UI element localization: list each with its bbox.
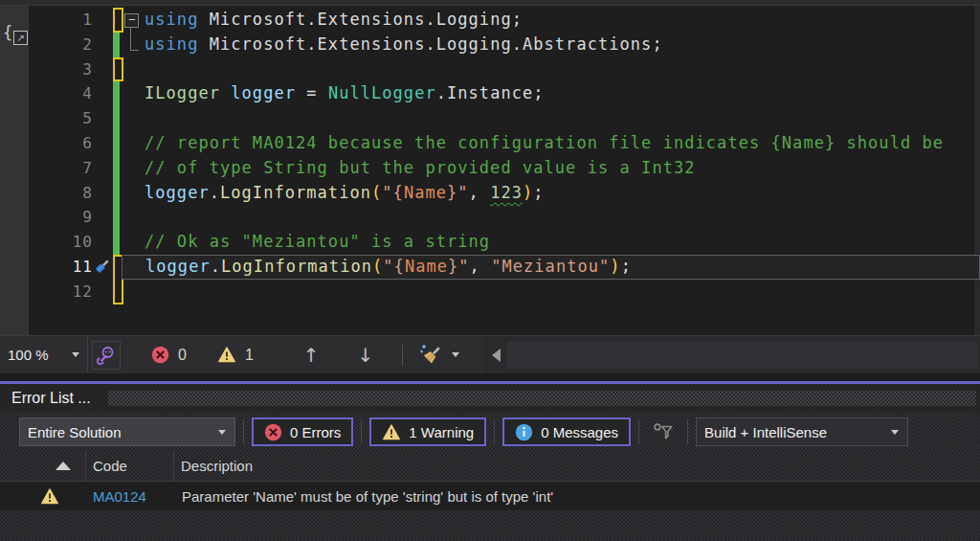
track-changes-indicator bbox=[113, 131, 120, 156]
code-text[interactable]: // of type String but the provided value… bbox=[145, 156, 696, 181]
gutter-action-area[interactable] bbox=[93, 255, 112, 280]
scope-filter-value: Entire Solution bbox=[28, 424, 122, 440]
error-list-header: Code Description bbox=[0, 451, 980, 482]
source-filter-dropdown[interactable]: Build + IntelliSense bbox=[696, 417, 908, 446]
code-text[interactable]: logger.LogInformation("{Name}", 123); bbox=[145, 181, 545, 206]
code-editor[interactable]: {↗ 1−using Microsoft.Extensions.Logging;… bbox=[0, 0, 980, 335]
code-line-11: 11logger.LogInformation("{Name}", "Mezia… bbox=[0, 255, 980, 280]
error-list-empty-area bbox=[0, 510, 980, 541]
error-list-toolbar: Entire Solution 0 Errors 1 Warning bbox=[0, 413, 980, 451]
outlining-margin bbox=[122, 33, 145, 57]
track-changes-indicator bbox=[113, 106, 120, 131]
code-line-content: // of type String but the provided value… bbox=[122, 156, 980, 181]
code-line-1: 1−using Microsoft.Extensions.Logging; bbox=[0, 8, 980, 33]
zoom-level-dropdown[interactable]: 100 % bbox=[0, 336, 88, 373]
previous-issue-button[interactable]: ↑ bbox=[303, 344, 320, 367]
separator bbox=[494, 419, 495, 444]
source-filter-value: Build + IntelliSense bbox=[704, 424, 827, 440]
error-count: 0 bbox=[178, 347, 187, 364]
code-line-content: logger.LogInformation("{Name}", 123); bbox=[122, 181, 980, 206]
error-list-row[interactable]: MA0124 Parameter 'Name' must be of type … bbox=[0, 482, 980, 510]
line-number: 5 bbox=[0, 106, 93, 131]
severity-column-header[interactable] bbox=[0, 451, 86, 481]
gutter-action-area bbox=[93, 156, 112, 181]
gutter-action-area bbox=[93, 205, 112, 230]
code-cleanup-button[interactable] bbox=[418, 344, 459, 367]
diagnostic-code-link[interactable]: MA0124 bbox=[93, 488, 174, 505]
filter-icon bbox=[653, 422, 674, 441]
panel-title: Error List ... bbox=[11, 390, 91, 407]
gutter-action-area bbox=[93, 57, 112, 82]
track-changes-margin bbox=[112, 106, 122, 131]
quick-actions-screwdriver-icon[interactable] bbox=[94, 258, 111, 275]
document-health-button[interactable] bbox=[92, 341, 121, 370]
gutter-action-area bbox=[93, 106, 112, 131]
outlining-margin bbox=[122, 230, 145, 255]
code-column-label: Code bbox=[93, 458, 127, 474]
description-column-header[interactable]: Description bbox=[174, 451, 980, 481]
next-issue-button[interactable]: ↓ bbox=[358, 344, 374, 367]
track-changes-margin bbox=[112, 255, 122, 280]
messages-filter-button[interactable]: 0 Messages bbox=[502, 417, 631, 446]
track-changes-margin bbox=[112, 81, 122, 106]
gutter-action-area bbox=[93, 131, 112, 156]
line-number: 6 bbox=[0, 131, 93, 156]
horizontal-scrollbar[interactable] bbox=[484, 336, 980, 373]
errors-filter-button[interactable]: 0 Errors bbox=[252, 417, 353, 446]
collapse-region-icon[interactable]: − bbox=[124, 13, 139, 28]
code-line-content: using Microsoft.Extensions.Logging.Abstr… bbox=[122, 33, 980, 57]
panel-title-bar[interactable]: Error List ... bbox=[0, 384, 980, 413]
code-line-content: ILogger logger = NullLogger.Instance; bbox=[122, 81, 980, 106]
scroll-left-button[interactable] bbox=[484, 336, 507, 373]
track-changes-margin bbox=[112, 205, 122, 230]
gutter-action-area bbox=[93, 181, 112, 206]
horizontal-scrollbar-track[interactable] bbox=[507, 342, 978, 369]
filter-button[interactable] bbox=[653, 422, 674, 441]
scope-filter-dropdown[interactable]: Entire Solution bbox=[19, 417, 235, 446]
code-column-header[interactable]: Code bbox=[86, 451, 174, 481]
chevron-down-icon bbox=[891, 430, 899, 435]
warning-icon bbox=[382, 423, 401, 441]
outlining-margin bbox=[122, 181, 145, 206]
track-changes-margin bbox=[112, 131, 122, 156]
code-text[interactable]: using Microsoft.Extensions.Logging.Abstr… bbox=[145, 33, 663, 57]
code-text[interactable]: // report MA0124 because the configurati… bbox=[145, 131, 944, 156]
gutter-action-area bbox=[93, 33, 112, 57]
separator bbox=[687, 419, 688, 444]
track-changes-margin bbox=[112, 57, 122, 82]
line-number: 4 bbox=[0, 81, 93, 106]
error-list-panel: Error List ... Entire Solution 0 Errors bbox=[0, 373, 980, 541]
warnings-filter-button[interactable]: 1 Warning bbox=[369, 417, 486, 446]
outlining-margin bbox=[122, 256, 145, 279]
track-changes-margin bbox=[112, 230, 122, 255]
code-line-content: −using Microsoft.Extensions.Logging; bbox=[122, 8, 980, 33]
code-text[interactable]: ILogger logger = NullLogger.Instance; bbox=[145, 81, 545, 106]
code-text[interactable]: using Microsoft.Extensions.Logging; bbox=[145, 8, 523, 33]
track-changes-indicator bbox=[113, 33, 120, 57]
zoom-level-value: 100 % bbox=[8, 347, 49, 363]
track-changes-margin bbox=[112, 181, 122, 206]
track-changes-indicator bbox=[113, 81, 120, 106]
error-count-button[interactable]: 0 bbox=[151, 346, 187, 364]
error-icon bbox=[264, 423, 282, 441]
diagnostic-description: Parameter 'Name' must be of type 'string… bbox=[182, 488, 980, 505]
warning-count: 1 bbox=[245, 347, 254, 364]
code-line-content bbox=[122, 280, 980, 304]
track-changes-margin bbox=[112, 156, 122, 181]
error-icon bbox=[151, 346, 169, 364]
warning-count-button[interactable]: 1 bbox=[217, 346, 254, 364]
code-text[interactable]: // Ok as "Meziantou" is a string bbox=[145, 230, 490, 255]
scroll-left-icon bbox=[492, 349, 501, 362]
code-line-content: // Ok as "Meziantou" is a string bbox=[122, 230, 980, 255]
code-line-6: 6// report MA0124 because the configurat… bbox=[0, 131, 980, 156]
code-lines: 1−using Microsoft.Extensions.Logging;2us… bbox=[0, 8, 980, 304]
outlining-margin bbox=[122, 57, 145, 82]
code-text[interactable]: logger.LogInformation("{Name}", "Meziant… bbox=[145, 255, 632, 280]
code-line-2: 2using Microsoft.Extensions.Logging.Abst… bbox=[0, 33, 980, 57]
sort-ascending-icon bbox=[56, 462, 71, 470]
messages-filter-label: 0 Messages bbox=[541, 424, 618, 440]
code-line-10: 10// Ok as "Meziantou" is a string bbox=[0, 230, 980, 255]
chevron-down-icon bbox=[452, 352, 459, 357]
editor-status-bar: 100 % 0 1 bbox=[0, 335, 980, 373]
panel-drag-grip[interactable] bbox=[108, 391, 976, 406]
